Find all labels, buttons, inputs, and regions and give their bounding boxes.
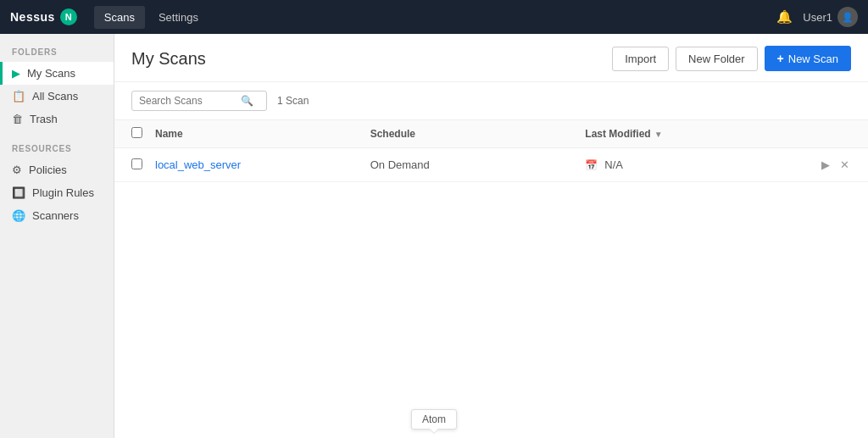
scan-table: Name Schedule Last Modified ▼ local_web_… [114, 120, 868, 438]
sidebar: FOLDERS ▶ My Scans 📋 All Scans 🗑 Trash R… [0, 34, 114, 438]
sidebar-item-policies[interactable]: ⚙ Policies [0, 158, 114, 181]
row-actions: ▶ ✕ [800, 157, 851, 173]
sidebar-item-label: Plugin Rules [32, 186, 94, 199]
sidebar-item-label: All Scans [32, 90, 78, 103]
nav-scans[interactable]: Scans [94, 6, 145, 29]
sidebar-item-my-scans[interactable]: ▶ My Scans [0, 62, 114, 85]
all-scans-icon: 📋 [12, 90, 25, 103]
tooltip-label: Atom [422, 413, 446, 425]
sort-arrow-icon: ▼ [654, 130, 663, 139]
table-header: Name Schedule Last Modified ▼ [114, 120, 868, 148]
scanners-icon: 🌐 [12, 209, 25, 222]
table-row: local_web_server On Demand 📅 N/A ▶ ✕ [114, 148, 868, 182]
row-modified-value: N/A [604, 158, 623, 171]
avatar: 👤 [837, 7, 858, 27]
row-checkbox[interactable] [131, 158, 142, 169]
delete-scan-button[interactable]: ✕ [838, 157, 851, 173]
select-all-checkbox[interactable] [131, 127, 142, 138]
search-input[interactable] [139, 95, 241, 107]
scan-count: 1 Scan [277, 95, 309, 107]
user-menu[interactable]: User1 👤 [803, 7, 858, 27]
content-header: My Scans Import New Folder + New Scan [114, 34, 868, 82]
calendar-icon: 📅 [585, 159, 598, 171]
main-layout: FOLDERS ▶ My Scans 📋 All Scans 🗑 Trash R… [0, 34, 868, 438]
row-schedule: On Demand [370, 158, 586, 171]
import-button[interactable]: Import [612, 47, 669, 71]
resources-section: RESOURCES ⚙ Policies 🔲 Plugin Rules 🌐 Sc… [0, 144, 114, 227]
resources-label: RESOURCES [0, 144, 114, 158]
sidebar-item-label: Policies [29, 164, 67, 176]
user-label: User1 [803, 11, 832, 24]
header-check [131, 127, 155, 141]
folders-label: FOLDERS [0, 47, 114, 62]
sidebar-item-trash[interactable]: 🗑 Trash [0, 108, 114, 130]
bell-icon[interactable]: 🔔 [776, 9, 793, 25]
sidebar-item-label: My Scans [27, 67, 75, 80]
scan-name-link[interactable]: local_web_server [155, 158, 241, 171]
header-modified: Last Modified ▼ [585, 128, 800, 140]
trash-icon: 🗑 [12, 113, 23, 125]
row-name: local_web_server [155, 158, 370, 171]
sidebar-item-scanners[interactable]: 🌐 Scanners [0, 204, 114, 227]
row-modified: 📅 N/A [585, 158, 800, 171]
new-scan-button[interactable]: + New Scan [765, 46, 851, 71]
header-schedule: Schedule [370, 128, 586, 140]
my-scans-icon: ▶ [12, 67, 20, 80]
topnav-right: 🔔 User1 👤 [776, 7, 858, 27]
new-folder-button[interactable]: New Folder [676, 47, 757, 71]
page-title: My Scans [131, 49, 206, 69]
new-scan-label: New Scan [788, 53, 838, 65]
bottom-tooltip: Atom [411, 409, 457, 430]
header-name: Name [155, 128, 370, 140]
topnav-links: Scans Settings [94, 6, 777, 29]
plugin-rules-icon: 🔲 [12, 186, 25, 199]
app-name: Nessus [10, 10, 55, 24]
sidebar-item-all-scans[interactable]: 📋 All Scans [0, 85, 114, 108]
header-modified-label: Last Modified [585, 128, 650, 140]
plus-icon: + [777, 52, 784, 65]
search-wrap: 🔍 [131, 91, 267, 111]
topnav: Nessus N Scans Settings 🔔 User1 👤 [0, 0, 868, 34]
row-check [131, 158, 155, 172]
header-actions: Import New Folder + New Scan [612, 46, 851, 71]
search-bar: 🔍 1 Scan [114, 82, 868, 120]
policies-icon: ⚙ [12, 164, 22, 176]
content-area: My Scans Import New Folder + New Scan 🔍 … [114, 34, 868, 438]
app-logo: Nessus N [10, 8, 77, 25]
app-badge: N [60, 8, 77, 25]
sidebar-item-label: Trash [30, 113, 58, 125]
sidebar-item-plugin-rules[interactable]: 🔲 Plugin Rules [0, 181, 114, 204]
sidebar-item-label: Scanners [32, 209, 79, 222]
search-icon: 🔍 [241, 95, 253, 107]
run-scan-button[interactable]: ▶ [820, 157, 832, 173]
nav-settings[interactable]: Settings [148, 6, 209, 29]
